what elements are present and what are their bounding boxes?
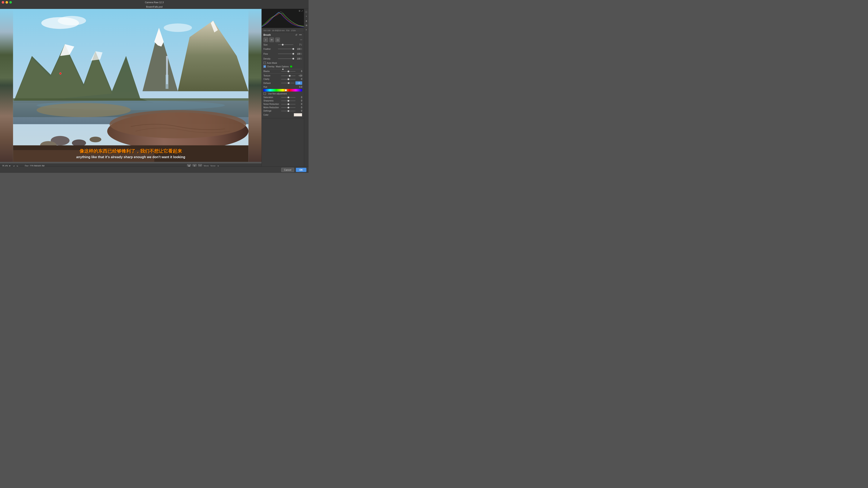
feather-value: 100 [294, 48, 301, 50]
saturation-slider[interactable] [281, 97, 296, 98]
clarity-slider[interactable] [281, 79, 296, 79]
defringe-row: Defringe 0 [264, 110, 302, 112]
clarity-value: 0 [296, 78, 302, 80]
svg-rect-14 [165, 75, 168, 89]
brush-tool-row: + ✏ ◻ ••• [264, 37, 302, 42]
flow-label: Flow [264, 53, 277, 55]
close-button[interactable] [2, 1, 4, 4]
canvas-image [0, 9, 261, 162]
noise-reduction-slider[interactable] [281, 104, 296, 104]
histogram-section: ⚙ ⤢ [262, 9, 304, 28]
svg-point-23 [110, 110, 246, 138]
feather-label: Feather [264, 48, 277, 50]
overlay-checkbox[interactable]: ✓ [264, 65, 266, 68]
ok-button[interactable]: OK [296, 168, 304, 168]
size-slider-track[interactable] [278, 44, 293, 45]
size-label: Size [264, 44, 277, 46]
density-slider[interactable] [278, 59, 293, 59]
svg-point-3 [164, 24, 192, 32]
divider-1[interactable] [264, 69, 302, 69]
svg-point-21 [90, 137, 101, 142]
overlay-row: ✓ Overlay Mask Options [264, 65, 302, 68]
texture-slider[interactable] [281, 76, 296, 76]
fine-adj-label: Use fine adjustment [268, 93, 287, 95]
right-icon-5[interactable]: ≡ [305, 28, 308, 31]
density-label: Density [264, 58, 277, 60]
brush-section-icons: ↺ ••• [295, 33, 302, 37]
saturation-value: 0 [296, 96, 302, 98]
expand-icon[interactable]: ⤢ [301, 10, 303, 12]
bottom-buttons: Cancel OK [261, 166, 304, 168]
svg-point-17 [37, 103, 131, 117]
dehaze-slider[interactable] [281, 83, 294, 83]
svg-rect-25 [13, 150, 154, 162]
canvas-area[interactable]: 像这样的东西已经够锋利了，我们不想让它看起来 anything like tha… [0, 9, 261, 168]
texture-value: +20 [296, 74, 302, 77]
blacks-value: 0 [296, 70, 302, 72]
moire-reduction-label: Moire Reduction [264, 106, 280, 109]
auto-mask-checkbox[interactable] [264, 62, 266, 64]
brush-title: Brush [264, 33, 271, 36]
right-icon-2[interactable]: ⌖ [305, 14, 308, 18]
size-arrows: ▲ ▼ [301, 43, 302, 46]
brush-paint-button[interactable]: ✏ [269, 37, 274, 42]
saturation-label: Saturation [264, 96, 280, 98]
size-row: Size 7 ▲ ▼ [264, 43, 302, 46]
dehaze-row: Dehaze +5 [264, 82, 302, 85]
hue-value: 0.0 [280, 86, 302, 88]
red-dot-marker [59, 72, 61, 74]
right-icon-1[interactable]: ⬡ [305, 10, 308, 13]
right-icon-4[interactable]: ⊞ [305, 24, 308, 27]
defringe-slider[interactable] [281, 111, 296, 111]
mask-options-label: Mask Options [276, 65, 289, 68]
brush-menu-icon[interactable]: ••• [299, 33, 302, 37]
maximize-button[interactable] [9, 1, 12, 4]
brush-header: Brush ↺ ••• [264, 33, 302, 37]
flow-slider[interactable] [278, 54, 293, 54]
color-swatch[interactable] [294, 113, 302, 117]
new-tool-button[interactable]: + [264, 37, 268, 42]
dots-icon[interactable]: ••• [300, 39, 302, 41]
titlebar: Camera Raw 12.3 [0, 0, 309, 5]
auto-mask-label: Auto Mask [267, 62, 277, 64]
hue-strip[interactable] [264, 89, 302, 92]
moire-reduction-row: Moire Reduction 0 [264, 106, 302, 109]
brush-erase-button[interactable]: ◻ [275, 37, 280, 42]
moire-reduction-slider[interactable] [281, 107, 296, 108]
tab-filename[interactable]: BowenFalls.psd [146, 5, 162, 8]
camera-info: ISO 100 16-35@19 mm f/16 1/10s [262, 29, 304, 32]
clarity-label: Clarity [264, 78, 280, 80]
brush-section: Brush ↺ ••• + ✏ ◻ ••• Size 7 [262, 32, 304, 119]
noise-reduction-row: Noise Reduction 0 [264, 103, 302, 105]
fine-adj-checkbox[interactable] [264, 92, 266, 95]
feather-row: Feather 100 ▲ ▼ [264, 47, 302, 51]
clarity-row: Clarity 0 [264, 78, 302, 80]
flow-row: Flow 100 ▲ ▼ [264, 52, 302, 56]
hue-label: Hue [264, 86, 280, 88]
dehaze-value-box: +5 [296, 82, 302, 85]
svg-point-2 [58, 16, 86, 25]
texture-row: Texture +20 [264, 74, 302, 77]
sharpness-slider[interactable] [281, 101, 296, 101]
density-row: Density 100 ▲ ▼ [264, 57, 302, 61]
color-row: Color [264, 113, 302, 117]
cancel-button[interactable]: Cancel [281, 168, 294, 168]
feather-slider[interactable] [278, 49, 293, 49]
texture-label: Texture [264, 74, 280, 77]
blacks-row: Blacks 0 [264, 70, 302, 72]
saturation-row: Saturation 0 [264, 96, 302, 98]
noise-reduction-label: Noise Reduction [264, 103, 280, 105]
settings-icon[interactable]: ⚙ [299, 10, 301, 12]
fine-adj-row: Use fine adjustment [264, 92, 302, 95]
hue-indicator [285, 89, 287, 91]
right-icon-3[interactable]: ◈ [305, 19, 308, 23]
color-label: Color [264, 114, 294, 116]
blacks-slider[interactable] [281, 71, 296, 72]
right-panel: ⚙ ⤢ ISO 100 16-35@19 mm f/16 1/10s [261, 9, 304, 168]
mask-options-dot [290, 65, 292, 68]
minimize-button[interactable] [5, 1, 8, 4]
blacks-label: Blacks [264, 70, 280, 72]
dehaze-label: Dehaze [264, 82, 280, 84]
brush-reset-icon[interactable]: ↺ [295, 33, 298, 37]
noise-reduction-value: 0 [296, 103, 302, 105]
